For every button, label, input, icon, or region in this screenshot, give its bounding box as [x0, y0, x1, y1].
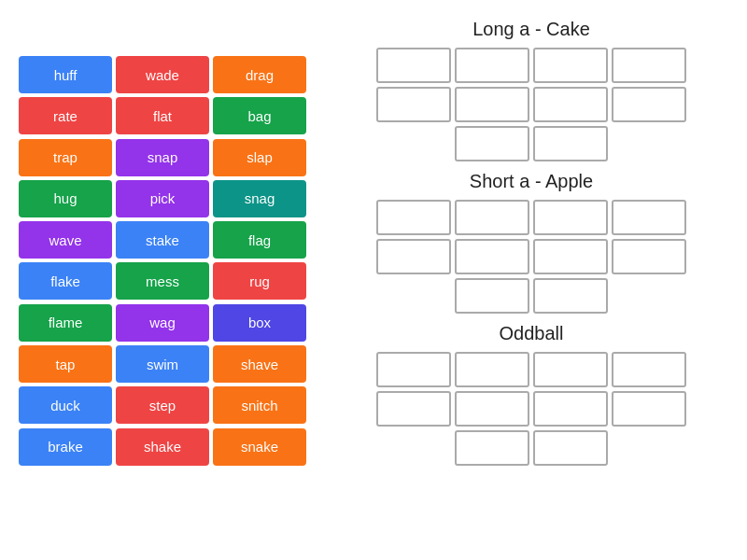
word-tile[interactable]: drag [213, 56, 306, 93]
category-section-1: Short a - Apple [334, 171, 728, 314]
word-tile[interactable]: rug [213, 262, 306, 300]
drop-cell[interactable] [376, 200, 451, 235]
word-tile[interactable]: flake [19, 262, 112, 300]
drop-row-0-2 [455, 126, 608, 161]
drop-cell[interactable] [455, 239, 529, 274]
word-tile[interactable]: swim [116, 345, 209, 383]
drop-cell[interactable] [455, 48, 529, 83]
drop-row-2-0 [376, 352, 686, 387]
word-tile[interactable]: wave [19, 221, 112, 259]
drop-cell[interactable] [376, 48, 451, 83]
word-tile[interactable]: duck [19, 386, 112, 424]
word-tile[interactable]: wade [116, 56, 209, 93]
drop-cell[interactable] [612, 352, 686, 387]
drop-cell[interactable] [455, 278, 529, 314]
word-tile[interactable]: wag [116, 304, 209, 342]
main-container: huffwadedragrateflatbagtrapsnapslaphugpi… [19, 19, 728, 466]
drop-cell[interactable] [612, 200, 686, 235]
drop-cell[interactable] [533, 200, 608, 235]
drop-cell[interactable] [533, 278, 608, 314]
word-tile[interactable]: rate [19, 97, 112, 134]
word-tile[interactable]: shave [213, 345, 306, 383]
category-section-2: Oddball [334, 323, 728, 466]
word-tile[interactable]: pick [116, 180, 209, 217]
word-tile[interactable]: mess [116, 262, 209, 300]
drop-row-2-2 [455, 430, 608, 466]
word-tile[interactable]: stake [116, 221, 209, 259]
drop-row-1-1 [376, 239, 686, 274]
drop-cell[interactable] [455, 391, 529, 427]
drop-cell[interactable] [533, 430, 608, 466]
word-tile[interactable]: flag [213, 221, 306, 259]
drop-row-1-2 [455, 278, 608, 314]
drop-cell[interactable] [533, 126, 608, 161]
word-tile[interactable]: slap [213, 139, 306, 176]
drop-cell[interactable] [612, 391, 686, 427]
drop-cell[interactable] [455, 352, 529, 387]
drop-cell[interactable] [533, 87, 608, 122]
word-tile[interactable]: brake [19, 428, 112, 466]
word-tile[interactable]: flat [116, 97, 209, 134]
word-tile[interactable]: snag [213, 180, 306, 217]
drop-cell[interactable] [455, 200, 529, 235]
drop-cell[interactable] [455, 430, 529, 466]
drop-cell[interactable] [376, 391, 451, 427]
word-tile[interactable]: snake [213, 428, 306, 466]
category-title-0: Long a - Cake [472, 19, 590, 40]
word-tile[interactable]: box [213, 304, 306, 342]
drop-cell[interactable] [533, 48, 608, 83]
word-tile[interactable]: snap [116, 139, 209, 176]
drop-cell[interactable] [533, 391, 608, 427]
sort-area: Long a - CakeShort a - AppleOddball [334, 19, 728, 466]
category-title-1: Short a - Apple [470, 171, 593, 192]
drop-cell[interactable] [455, 87, 529, 122]
word-tile[interactable]: bag [213, 97, 306, 134]
word-tile[interactable]: huff [19, 56, 112, 93]
drop-cell[interactable] [533, 352, 608, 387]
drop-cell[interactable] [612, 48, 686, 83]
drop-row-0-1 [376, 87, 686, 122]
drop-cell[interactable] [533, 239, 608, 274]
drop-row-0-0 [376, 48, 686, 83]
drop-cell[interactable] [376, 87, 451, 122]
word-tile[interactable]: trap [19, 139, 112, 176]
category-title-2: Oddball [500, 323, 564, 344]
drop-row-2-1 [376, 391, 686, 427]
word-tile[interactable]: snitch [213, 386, 306, 424]
word-tile[interactable]: tap [19, 345, 112, 383]
drop-cell[interactable] [612, 87, 686, 122]
word-tile[interactable]: shake [116, 428, 209, 466]
word-tile[interactable]: flame [19, 304, 112, 342]
drop-row-1-0 [376, 200, 686, 235]
drop-cell[interactable] [376, 239, 451, 274]
word-grid: huffwadedragrateflatbagtrapsnapslaphugpi… [19, 56, 306, 466]
category-section-0: Long a - Cake [334, 19, 728, 161]
word-tile[interactable]: hug [19, 180, 112, 217]
word-tile[interactable]: step [116, 386, 209, 424]
drop-cell[interactable] [376, 352, 451, 387]
drop-cell[interactable] [612, 239, 686, 274]
drop-cell[interactable] [455, 126, 529, 161]
